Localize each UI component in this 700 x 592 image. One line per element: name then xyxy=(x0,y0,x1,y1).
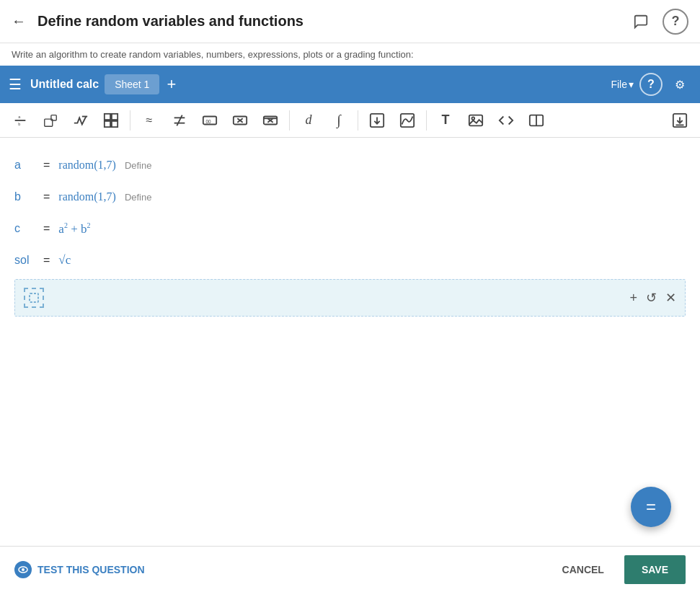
svg-point-26 xyxy=(472,117,475,120)
calc-row-c: c = a2 + b2 xyxy=(14,213,686,244)
separator-2 xyxy=(289,110,290,131)
equals-sol: = xyxy=(43,254,50,267)
svg-rect-7 xyxy=(112,113,118,119)
sheet-tab[interactable]: Sheet 1 xyxy=(105,74,159,94)
numeric-box-button[interactable]: 00 xyxy=(195,107,224,133)
separator-4 xyxy=(426,110,427,131)
svg-rect-32 xyxy=(30,293,38,302)
define-b[interactable]: Define xyxy=(125,192,152,203)
code-button[interactable] xyxy=(492,107,520,133)
svg-text:00: 00 xyxy=(206,118,212,123)
test-eye-icon xyxy=(14,561,32,578)
svg-text:a: a xyxy=(18,115,21,119)
crossed-x-button[interactable] xyxy=(256,107,285,133)
not-equal-button[interactable] xyxy=(165,107,194,133)
equals-c: = xyxy=(43,222,50,235)
help-button[interactable]: ? xyxy=(663,9,688,35)
back-button[interactable]: ← xyxy=(12,13,26,30)
var-sol: sol xyxy=(14,254,43,267)
download-button[interactable] xyxy=(665,107,694,133)
top-header: ← Define random variables and functions … xyxy=(0,0,700,43)
test-label: TEST THIS QUESTION xyxy=(37,564,145,575)
svg-rect-9 xyxy=(112,120,118,126)
svg-line-12 xyxy=(177,115,182,125)
integral-button[interactable]: ∫ xyxy=(324,107,353,133)
formula-toolbar: a b ≈ xyxy=(0,103,700,138)
fab-button[interactable]: = xyxy=(631,487,671,527)
var-b: b xyxy=(14,190,43,203)
content-area: a = random(1,7) Define b = random(1,7) D… xyxy=(0,138,700,546)
add-row-button[interactable]: + xyxy=(629,291,637,306)
define-a[interactable]: Define xyxy=(125,160,152,171)
close-row-button[interactable]: ✕ xyxy=(665,290,676,306)
svg-rect-6 xyxy=(105,113,110,119)
expr-b[interactable]: random(1,7) xyxy=(58,190,116,203)
toolbar-help-button[interactable]: ? xyxy=(639,73,663,96)
add-sheet-button[interactable]: + xyxy=(167,75,176,94)
calc-title: Untitled calc xyxy=(30,78,99,91)
separator-3 xyxy=(358,110,358,131)
equals-b: = xyxy=(43,190,50,203)
expr-a[interactable]: random(1,7) xyxy=(58,159,116,172)
toolbar-settings-button[interactable]: ⚙ xyxy=(668,73,691,96)
toolbar-right: File ▾ ? ⚙ xyxy=(611,73,691,96)
cancel-button[interactable]: CANCEL xyxy=(551,557,616,583)
header-icons: ? xyxy=(628,9,688,35)
graph-button[interactable] xyxy=(393,107,422,133)
expr-sol[interactable]: √c xyxy=(58,253,71,268)
save-button[interactable]: SAVE xyxy=(624,555,686,584)
approx-button[interactable]: ≈ xyxy=(135,107,164,133)
power-button[interactable] xyxy=(36,107,65,133)
equals-a: = xyxy=(43,159,50,172)
subtitle: Write an algorithm to create random vari… xyxy=(0,43,700,66)
test-question-button[interactable]: TEST THIS QUESTION xyxy=(14,561,145,578)
insert-below-button[interactable] xyxy=(363,107,391,133)
page-title: Define random variables and functions xyxy=(37,13,628,30)
var-c: c xyxy=(14,222,43,235)
new-row-area[interactable]: + ↺ ✕ xyxy=(14,279,686,317)
text-button[interactable]: T xyxy=(431,107,460,133)
new-row-icon xyxy=(24,288,44,308)
svg-rect-8 xyxy=(105,120,110,126)
calc-row-a: a = random(1,7) Define xyxy=(14,149,686,181)
new-row-actions: + ↺ ✕ xyxy=(629,290,676,306)
var-a: a xyxy=(14,159,43,172)
fraction-button[interactable]: a b xyxy=(6,107,35,133)
calc-row-b: b = random(1,7) Define xyxy=(14,181,686,213)
refresh-row-button[interactable]: ↺ xyxy=(646,290,657,306)
separator-1 xyxy=(130,110,130,131)
bottom-actions: CANCEL SAVE xyxy=(551,555,686,584)
x-box-button[interactable] xyxy=(226,107,254,133)
file-menu-button[interactable]: File ▾ xyxy=(611,79,634,90)
menu-icon[interactable]: ☰ xyxy=(9,76,22,93)
matrix-button[interactable] xyxy=(97,107,125,133)
expr-c[interactable]: a2 + b2 xyxy=(58,221,90,237)
svg-text:b: b xyxy=(18,122,20,126)
fab-icon: = xyxy=(646,497,656,517)
bottom-bar: TEST THIS QUESTION CANCEL SAVE xyxy=(0,546,700,592)
blue-toolbar: ☰ Untitled calc Sheet 1 + File ▾ ? ⚙ xyxy=(0,66,700,103)
derivative-button[interactable]: d xyxy=(294,107,323,133)
sqrt-button[interactable] xyxy=(66,107,95,133)
embed-button[interactable] xyxy=(522,107,551,133)
comment-button[interactable] xyxy=(628,9,654,35)
svg-point-34 xyxy=(22,568,25,571)
calc-row-sol: sol = √c xyxy=(14,244,686,276)
image-button[interactable] xyxy=(461,107,490,133)
